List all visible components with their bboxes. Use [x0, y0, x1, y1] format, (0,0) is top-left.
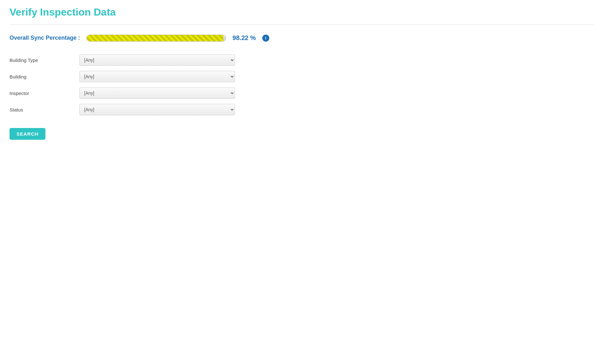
building-row: Building [Any] [10, 71, 594, 82]
section-divider [10, 24, 594, 25]
inspector-row: Inspector [Any] [10, 87, 594, 99]
building-type-label: Building Type [10, 57, 73, 63]
status-row: Status [Any] [10, 104, 594, 115]
progress-bar-fill [87, 35, 223, 41]
inspector-select[interactable]: [Any] [79, 87, 235, 99]
status-label: Status [10, 107, 73, 112]
page-title: Verify Inspection Data [10, 6, 594, 18]
info-icon[interactable]: i [262, 35, 269, 42]
filters-section: Building Type [Any] Building [Any] Inspe… [10, 54, 594, 115]
sync-section: Overall Sync Percentage : 98.22 % i [10, 34, 594, 42]
inspector-label: Inspector [10, 91, 73, 96]
sync-percentage: 98.22 % [232, 34, 256, 42]
status-select[interactable]: [Any] [79, 104, 235, 115]
building-type-select[interactable]: [Any] [79, 54, 235, 66]
building-label: Building [10, 74, 73, 79]
building-type-row: Building Type [Any] [10, 54, 594, 66]
progress-bar-container [86, 35, 226, 42]
page-container: Verify Inspection Data Overall Sync Perc… [0, 0, 604, 146]
sync-label: Overall Sync Percentage : [10, 35, 80, 41]
building-select[interactable]: [Any] [79, 71, 235, 82]
search-button[interactable]: SEARCH [10, 128, 45, 140]
